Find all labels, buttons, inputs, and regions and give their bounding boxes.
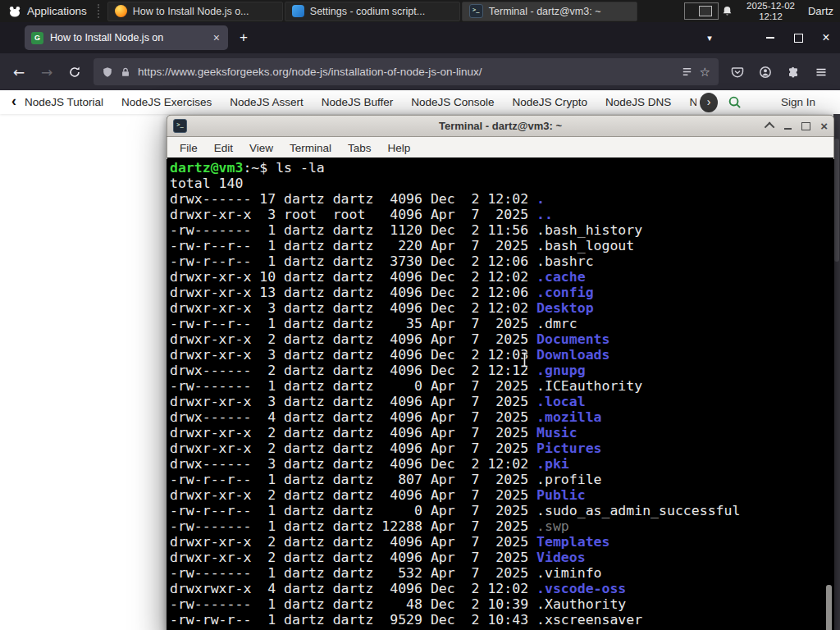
- minimize-icon[interactable]: [784, 128, 792, 130]
- xfce-mouse-icon: [8, 5, 21, 18]
- terminal-output-line: drwxr-xr-x 2 dartz dartz 4096 Apr 7 2025…: [170, 487, 833, 503]
- clock[interactable]: 2025-12-02 12:12: [746, 1, 795, 21]
- terminal-listing: drwx------ 17 dartz dartz 4096 Dec 2 12:…: [170, 191, 833, 628]
- terminal-output-line: -rw------- 1 dartz dartz 0 Apr 7 2025 .I…: [170, 378, 833, 394]
- terminal-output-line: -rw-r--r-- 1 dartz dartz 35 Apr 7 2025 .…: [170, 316, 833, 331]
- codium-icon: [292, 5, 304, 17]
- forward-button[interactable]: →: [33, 58, 61, 86]
- panel-user-label: Dartz: [808, 5, 833, 17]
- page-scrollbar[interactable]: [833, 112, 840, 630]
- list-all-tabs-chevron-icon[interactable]: ▾: [697, 33, 722, 43]
- new-tab-button[interactable]: +: [231, 25, 256, 50]
- lock-icon[interactable]: [120, 66, 131, 78]
- taskbar-window-firefox[interactable]: How to Install Node.js o...: [107, 2, 283, 21]
- site-navigation-strip: ‹ NodeJS Tutorial NodeJS Exercises NodeJ…: [0, 90, 840, 114]
- site-search-button[interactable]: [728, 95, 742, 109]
- reader-mode-icon[interactable]: [681, 66, 693, 78]
- tab-close-icon[interactable]: ×: [212, 31, 221, 44]
- menu-item-tabs[interactable]: Tabs: [340, 142, 380, 154]
- site-nav-item[interactable]: NodeJS Tutorial: [25, 96, 103, 108]
- workspace-window-outline: [699, 6, 712, 16]
- close-icon[interactable]: ×: [820, 120, 828, 132]
- site-nav-item[interactable]: NodeJS Console: [411, 96, 494, 108]
- maximize-icon[interactable]: [801, 122, 810, 130]
- taskbar-window-terminal[interactable]: Terminal - dartz@vm3: ~: [462, 2, 637, 21]
- pocket-button[interactable]: [724, 58, 751, 86]
- top-panel: Applications How to Install Node.js o...…: [0, 0, 840, 22]
- prompt-separator: :~$: [243, 160, 267, 176]
- menu-button[interactable]: [807, 58, 835, 86]
- terminal-output-line: drwxr-xr-x 3 root root 4096 Apr 7 2025 .…: [170, 207, 833, 222]
- site-nav-item[interactable]: NodeJS Exercises: [121, 96, 212, 108]
- site-nav-item[interactable]: NodeJS Crypto: [513, 96, 588, 108]
- reload-button[interactable]: [61, 58, 89, 86]
- url-text: https://www.geeksforgeeks.org/node-js/in…: [138, 66, 674, 78]
- url-bar[interactable]: https://www.geeksforgeeks.org/node-js/in…: [94, 58, 719, 85]
- terminal-output-line: drwxr-xr-x 10 dartz dartz 4096 Dec 2 12:…: [170, 269, 833, 285]
- menu-item-file[interactable]: File: [171, 142, 206, 154]
- terminal-output-line: drwxr-xr-x 13 dartz dartz 4096 Dec 2 12:…: [170, 285, 833, 300]
- site-nav-next-button[interactable]: ›: [700, 93, 718, 112]
- terminal-output-line: drwxr-xr-x 2 dartz dartz 4096 Apr 7 2025…: [170, 441, 833, 456]
- menu-item-help[interactable]: Help: [380, 142, 419, 154]
- page-scrollbar-thumb[interactable]: [834, 139, 839, 262]
- tracking-shield-icon[interactable]: [102, 66, 113, 78]
- browser-navigation-bar: ← → https://www.geeksforgeeks.org/node-j…: [0, 53, 840, 90]
- terminal-output-line: drwxr-xr-x 2 dartz dartz 4096 Apr 7 2025…: [170, 534, 833, 550]
- terminal-output-line: -rw-rw-r-- 1 dartz dartz 9529 Dec 2 10:4…: [170, 612, 833, 628]
- browser-tab[interactable]: How to Install Node.js on ×: [25, 25, 228, 50]
- taskbar-window-label: How to Install Node.js o...: [133, 6, 249, 17]
- terminal-output-line: drwxr-xr-x 3 dartz dartz 4096 Dec 2 12:0…: [170, 347, 833, 363]
- account-icon: [759, 66, 772, 79]
- terminal-window-controls: ×: [767, 120, 828, 132]
- clock-time: 12:12: [746, 11, 795, 22]
- terminal-scrollbar-thumb[interactable]: [826, 585, 832, 630]
- terminal-output-line: drwxr-xr-x 2 dartz dartz 4096 Apr 7 2025…: [170, 550, 833, 565]
- terminal-output-line: -rw-r--r-- 1 dartz dartz 220 Apr 7 2025 …: [170, 238, 833, 253]
- site-nav-prev-button[interactable]: ‹: [11, 93, 16, 110]
- terminal-output-line: drwxr-xr-x 2 dartz dartz 4096 Apr 7 2025…: [170, 331, 833, 347]
- terminal-output-line: -rw-r--r-- 1 dartz dartz 3730 Dec 2 12:0…: [170, 253, 833, 269]
- browser-minimize-button[interactable]: [756, 22, 784, 53]
- terminal-command: ls -la: [267, 160, 325, 176]
- puzzle-extensions-icon: [787, 66, 800, 79]
- site-nav-item[interactable]: NodeJS Buffer: [322, 96, 394, 108]
- terminal-output-line: -rw-r--r-- 1 dartz dartz 807 Apr 7 2025 …: [170, 472, 833, 487]
- terminal-output-line: drwx------ 4 dartz dartz 4096 Apr 7 2025…: [170, 409, 833, 425]
- terminal-screen[interactable]: dartz@vm3:~$ ls -la total 140 drwx------…: [167, 158, 833, 630]
- taskbar-window-label: Terminal - dartz@vm3: ~: [489, 6, 601, 17]
- terminal-output-line: drwxr-xr-x 2 dartz dartz 4096 Apr 7 2025…: [170, 425, 833, 441]
- back-button[interactable]: ←: [5, 58, 33, 86]
- pocket-icon: [731, 66, 744, 79]
- site-nav-item[interactable]: NodeJS DNS: [605, 96, 671, 108]
- clock-date: 2025-12-02: [746, 1, 795, 11]
- terminal-output-line: drwx------ 2 dartz dartz 4096 Dec 2 12:1…: [170, 363, 833, 378]
- taskbar-window-codium[interactable]: Settings - codium script...: [285, 2, 460, 21]
- workspace-switcher[interactable]: [684, 2, 719, 20]
- browser-maximize-button[interactable]: [784, 22, 812, 53]
- notification-bell-icon[interactable]: [721, 5, 733, 17]
- terminal-titlebar[interactable]: Terminal - dartz@vm3: ~ ×: [167, 115, 834, 137]
- browser-close-button[interactable]: ×: [812, 22, 840, 53]
- applications-label: Applications: [27, 5, 87, 17]
- site-nav-item[interactable]: Node: [689, 96, 696, 108]
- terminal-title: Terminal - dartz@vm3: ~: [167, 120, 833, 132]
- sign-in-button[interactable]: Sign In: [781, 96, 815, 108]
- account-button[interactable]: [751, 58, 779, 86]
- menu-item-terminal[interactable]: Terminal: [281, 142, 340, 154]
- hamburger-menu-icon: [815, 66, 828, 79]
- tab-favicon-icon: [31, 32, 43, 44]
- tabbar-controls: ▾ ×: [697, 22, 840, 53]
- applications-menu-button[interactable]: Applications: [0, 0, 95, 22]
- minimize-icon: [766, 37, 774, 39]
- menu-item-edit[interactable]: Edit: [206, 142, 241, 154]
- terminal-icon: [469, 4, 483, 18]
- bookmark-star-icon[interactable]: ☆: [700, 65, 710, 80]
- tab-title: How to Install Node.js on: [50, 32, 205, 43]
- terminal-prompt-line: dartz@vm3:~$ ls -la: [170, 160, 833, 176]
- site-nav-item[interactable]: NodeJS Assert: [230, 96, 303, 108]
- terminal-output-line: drwxr-xr-x 3 dartz dartz 4096 Dec 2 12:0…: [170, 300, 833, 316]
- menu-item-view[interactable]: View: [241, 142, 281, 154]
- terminal-output-line: -rw-r--r-- 1 dartz dartz 0 Apr 7 2025 .s…: [170, 503, 833, 518]
- extensions-button[interactable]: [779, 58, 807, 86]
